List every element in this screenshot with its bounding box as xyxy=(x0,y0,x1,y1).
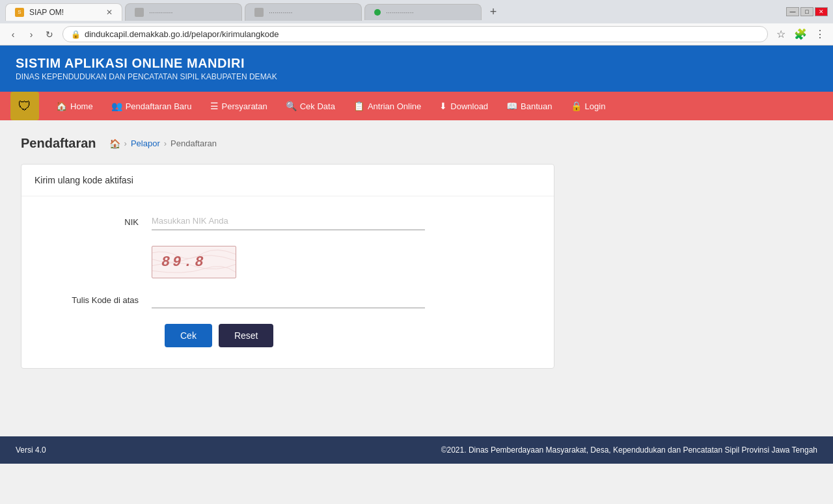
download-icon: ⬇ xyxy=(439,101,447,111)
form-card-title: Kirim ulang kode aktifasi xyxy=(21,165,554,196)
nik-input[interactable] xyxy=(152,212,425,230)
nav-buttons: ‹ › ↻ xyxy=(5,27,57,42)
nav-item-download[interactable]: ⬇ Download xyxy=(430,92,497,120)
nav-item-cek-data[interactable]: 🔍 Cek Data xyxy=(277,92,344,120)
search-icon: 🔍 xyxy=(286,101,297,111)
form-body: NIK xyxy=(21,196,554,368)
nav-item-antrian-online[interactable]: 📋 Antrian Online xyxy=(344,92,430,120)
tab-inactive-4[interactable]: ·············· xyxy=(364,4,482,20)
page-title: Pendaftaran xyxy=(21,136,96,151)
nav-label-login: Login xyxy=(585,101,606,111)
cek-button[interactable]: Cek xyxy=(165,324,212,347)
tab-inactive-3[interactable]: ············ xyxy=(245,3,362,21)
footer-copyright: ©2021. Dinas Pemberdayaan Masyarakat, De… xyxy=(441,445,817,455)
page-content: SISTIM APLIKASI ONLINE MANDIRI DINAS KEP… xyxy=(0,46,833,464)
site-nav: 🛡 🏠 Home 👥 Pendaftaran Baru ☰ Persyarata… xyxy=(0,92,833,120)
form-buttons: Cek Reset xyxy=(165,324,541,347)
forward-button[interactable]: › xyxy=(23,27,39,42)
tab-close-button[interactable]: ✕ xyxy=(106,8,113,17)
captcha-text: 89.8 xyxy=(161,254,206,271)
nav-item-home[interactable]: 🏠 Home xyxy=(47,92,102,120)
captcha-image-row: 89.8 xyxy=(34,246,541,282)
lock-icon: 🔒 xyxy=(71,30,81,39)
nav-label-cek-data: Cek Data xyxy=(300,101,335,111)
nav-label-persyaratan: Persyaratan xyxy=(222,101,267,111)
main-content: Pendaftaran 🏠 › Pelapor › Pendaftaran Ki… xyxy=(0,120,833,384)
nav-item-bantuan[interactable]: 📖 Bantuan xyxy=(497,92,561,120)
footer-version: Versi 4.0 xyxy=(16,445,46,455)
nav-label-pendaftaran-baru: Pendaftaran Baru xyxy=(126,101,192,111)
site-title: SISTIM APLIKASI ONLINE MANDIRI xyxy=(16,56,817,71)
nav-label-antrian-online: Antrian Online xyxy=(368,101,421,111)
address-input[interactable]: 🔒 dindukcapil.demakkab.go.id/pelapor/kir… xyxy=(62,26,768,42)
site-footer: Versi 4.0 ©2021. Dinas Pemberdayaan Masy… xyxy=(0,436,833,464)
nav-item-persyaratan[interactable]: ☰ Persyaratan xyxy=(201,92,277,120)
captcha-label: Tulis Kode di atas xyxy=(34,290,152,305)
tab-favicon-2 xyxy=(135,8,144,17)
home-icon: 🏠 xyxy=(56,101,67,111)
form-card: Kirim ulang kode aktifasi NIK xyxy=(21,164,554,369)
breadcrumb-sep-1: › xyxy=(124,139,127,148)
extensions-icon[interactable]: 🧩 xyxy=(793,27,808,42)
nav-item-pendaftaran-baru[interactable]: 👥 Pendaftaran Baru xyxy=(102,92,201,120)
new-tab-button[interactable]: + xyxy=(484,3,502,21)
breadcrumb-sep-2: › xyxy=(164,139,167,148)
captcha-image-label-empty xyxy=(34,246,152,251)
site-subtitle: DINAS KEPENDUDUKAN DAN PENCATATAN SIPIL … xyxy=(16,72,817,81)
refresh-button[interactable]: ↻ xyxy=(42,27,57,42)
more-icon[interactable]: ⋮ xyxy=(812,27,828,42)
minimize-button[interactable]: — xyxy=(786,7,799,16)
tab-favicon-3 xyxy=(254,8,264,17)
reset-button[interactable]: Reset xyxy=(219,324,274,347)
page-heading: Pendaftaran 🏠 › Pelapor › Pendaftaran xyxy=(21,136,812,151)
browser-window: S SIAP OM! ✕ ············ ············ ·… xyxy=(0,0,833,464)
tab-active[interactable]: S SIAP OM! ✕ xyxy=(5,3,122,21)
tab-title-2: ············ xyxy=(149,8,173,16)
window-controls: — □ ✕ xyxy=(786,7,828,16)
breadcrumb: 🏠 › Pelapor › Pendaftaran xyxy=(109,139,217,149)
queue-icon: 📋 xyxy=(353,101,364,111)
nik-field-wrap xyxy=(152,212,425,230)
nik-label: NIK xyxy=(34,212,152,227)
browser-titlebar: S SIAP OM! ✕ ············ ············ ·… xyxy=(0,0,833,23)
nav-label-bantuan: Bantuan xyxy=(521,101,552,111)
breadcrumb-pendaftaran: Pendaftaran xyxy=(171,139,217,148)
list-icon: ☰ xyxy=(210,101,219,111)
tab-title-4: ·············· xyxy=(386,8,414,16)
tab-title-3: ············ xyxy=(269,8,293,16)
tab-favicon: S xyxy=(15,8,24,17)
captcha-field-wrap xyxy=(152,290,425,308)
breadcrumb-home-icon[interactable]: 🏠 xyxy=(109,139,120,149)
site-header: SISTIM APLIKASI ONLINE MANDIRI DINAS KEP… xyxy=(0,46,833,92)
users-icon: 👥 xyxy=(111,101,122,111)
nav-label-download: Download xyxy=(450,101,488,111)
breadcrumb-pelapor[interactable]: Pelapor xyxy=(131,139,160,148)
bookmark-star-icon[interactable]: ☆ xyxy=(773,27,789,42)
tab-inactive-2[interactable]: ············ xyxy=(125,3,242,21)
captcha-image-wrap: 89.8 xyxy=(152,246,425,282)
lock-nav-icon: 🔒 xyxy=(571,101,582,111)
tab-favicon-4 xyxy=(374,9,381,16)
maximize-button[interactable]: □ xyxy=(800,7,813,16)
back-button[interactable]: ‹ xyxy=(5,27,21,42)
captcha-image: 89.8 xyxy=(152,246,236,278)
nav-label-home: Home xyxy=(70,101,93,111)
captcha-form-row: Tulis Kode di atas xyxy=(34,290,541,308)
tab-title: SIAP OM! xyxy=(29,8,64,17)
address-text: dindukcapil.demakkab.go.id/pelapor/kirim… xyxy=(85,29,279,39)
nav-item-login[interactable]: 🔒 Login xyxy=(562,92,615,120)
nik-form-row: NIK xyxy=(34,212,541,230)
nav-logo: 🛡 xyxy=(10,92,39,120)
close-button[interactable]: ✕ xyxy=(815,7,828,16)
help-icon: 📖 xyxy=(506,101,517,111)
captcha-input[interactable] xyxy=(152,290,425,308)
address-bar: ‹ › ↻ 🔒 dindukcapil.demakkab.go.id/pelap… xyxy=(0,23,833,46)
browser-toolbar: ☆ 🧩 ⋮ xyxy=(773,27,828,42)
